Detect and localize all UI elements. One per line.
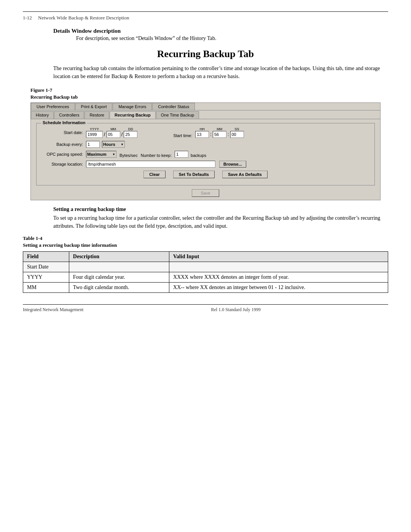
backup-every-label: Backup every: <box>41 142 83 147</box>
row-description: Four digit calendar year. <box>69 272 169 283</box>
start-time-ss[interactable] <box>230 131 244 138</box>
bottom-rule <box>23 304 388 305</box>
col-field: Field <box>23 252 69 262</box>
row-valid <box>169 262 388 272</box>
tab-bottom-one-time-backup[interactable]: One Time Backup <box>156 111 199 119</box>
start-date-mm[interactable] <box>107 131 120 138</box>
page-header: 1-12 Network Wide Backup & Restore Descr… <box>23 15 388 21</box>
start-date-row: Start date: YYYY / MM / DD <box>41 127 370 138</box>
start-date-dd[interactable] <box>124 131 137 138</box>
number-keep-val[interactable] <box>175 151 188 158</box>
row-field: YYYY <box>23 272 69 283</box>
tab-top-controller-status[interactable]: Controller Status <box>152 103 195 110</box>
row-description: Two digit calendar month. <box>69 283 169 293</box>
details-section: Details Window description For descripti… <box>53 28 388 42</box>
opc-row: OPC pacing speed: Maximum ▼ Bytes/sec Nu… <box>41 151 370 158</box>
table-header-row: Field Description Valid Input <box>23 252 388 262</box>
setting-body: To set up a recurring backup time for a … <box>53 214 388 230</box>
bytes-sec-label: Bytes/sec <box>119 153 138 158</box>
hh-col-label: HH <box>200 127 205 131</box>
opc-fields: Maximum ▼ Bytes/sec Number to keep: back… <box>86 151 206 158</box>
dd-col: DD <box>124 127 137 138</box>
sep2: / <box>121 131 123 138</box>
backup-every-val[interactable] <box>86 141 100 148</box>
table-label: Table 1-4 <box>23 235 388 241</box>
yyyy-col-label: YYYY <box>90 127 99 131</box>
footer: Integrated Network Management Rel 1.0 St… <box>23 307 388 313</box>
schedule-legend: Schedule Information <box>41 120 87 125</box>
save-as-defaults-button[interactable]: Save As Defaults <box>222 171 268 178</box>
yyyy-col: YYYY <box>86 127 103 138</box>
schedule-box: Schedule Information Start date: YYYY / … <box>36 123 375 185</box>
start-date-yyyy[interactable] <box>86 131 103 138</box>
row-valid: XXXX where XXXX denotes an integer form … <box>169 272 388 283</box>
recurring-heading: Recurring Backup Tab <box>23 48 388 60</box>
number-keep-label: Number to keep: <box>141 153 172 158</box>
ui-widget: User Preferences Print & Export Manage E… <box>30 102 381 200</box>
tabs-top-row: User Preferences Print & Export Manage E… <box>31 103 380 110</box>
tab-top-manage-errors[interactable]: Manage Errors <box>113 103 152 110</box>
tab-top-print-export[interactable]: Print & Export <box>75 103 113 110</box>
header-title: Network Wide Backup & Restore Descriptio… <box>38 15 129 21</box>
dropdown-arrow-icon: ▼ <box>121 143 124 146</box>
opc-dropdown-arrow-icon: ▼ <box>112 153 115 156</box>
start-date-fields: YYYY / MM / DD <box>86 127 244 138</box>
figure-label: Figure 1-7 <box>30 87 388 93</box>
time-mm-col-label: MM <box>217 127 222 131</box>
data-table: Field Description Valid Input Start Date… <box>23 251 388 293</box>
storage-row: Storage location: Browse... <box>41 161 370 168</box>
ss-col: SS <box>230 127 244 138</box>
footer-center: Rel 1.0 Standard July 1999 <box>211 307 260 313</box>
start-time-mm[interactable] <box>213 131 226 138</box>
start-date-label: Start date: <box>41 130 83 135</box>
footer-left: Integrated Network Management <box>23 307 83 313</box>
dd-col-label: DD <box>128 127 133 131</box>
tab-bottom-restore[interactable]: Restore <box>84 111 109 119</box>
sep1: / <box>104 131 105 138</box>
tab-bottom-recurring-backup[interactable]: Recurring Backup <box>110 111 156 119</box>
ui-content: Schedule Information Start date: YYYY / … <box>31 119 380 200</box>
tab-bottom-history[interactable]: History <box>31 111 54 119</box>
row-field: MM <box>23 283 69 293</box>
table-row: MM Two digit calendar month. XX-- where … <box>23 283 388 293</box>
tabs-bottom-row: History Controllers Restore Recurring Ba… <box>31 110 380 119</box>
backups-label: backups <box>191 153 206 158</box>
col-description: Description <box>69 252 169 262</box>
storage-input[interactable] <box>86 161 215 168</box>
mm-col-label: MM <box>110 127 116 131</box>
details-heading: Details Window description <box>53 28 388 34</box>
save-row: Save <box>36 189 375 197</box>
start-time-label: Start time: <box>162 133 192 138</box>
setting-title: Setting a recurring backup time <box>53 206 388 212</box>
ss-col-label: SS <box>234 127 239 131</box>
save-button[interactable]: Save <box>192 189 219 197</box>
mm-col: MM <box>107 127 120 138</box>
backup-every-row: Backup every: Hours ▼ <box>41 141 370 148</box>
time-mm-col: MM <box>213 127 226 138</box>
action-buttons-row: Clear Set To Defaults Save As Defaults <box>41 171 370 178</box>
browse-button[interactable]: Browse... <box>219 161 246 168</box>
table-sublabel: Setting a recurring backup time informat… <box>23 242 388 248</box>
tab-top-user-preferences[interactable]: User Preferences <box>31 103 75 110</box>
opc-label: OPC pacing speed: <box>41 152 83 157</box>
table-row: YYYY Four digit calendar year. XXXX wher… <box>23 272 388 283</box>
row-description <box>69 262 169 272</box>
tab-bottom-controllers[interactable]: Controllers <box>54 111 84 119</box>
set-defaults-button[interactable]: Set To Defaults <box>173 171 215 178</box>
storage-fields: Browse... <box>86 161 246 168</box>
colon1: : <box>210 131 212 138</box>
row-field: Start Date <box>23 262 69 272</box>
figure-sublabel: Recurring Backup tab <box>30 94 388 100</box>
page: 1-12 Network Wide Backup & Restore Descr… <box>0 0 411 532</box>
backup-every-fields: Hours ▼ <box>86 141 125 148</box>
start-time-hh[interactable] <box>195 131 209 138</box>
colon2: : <box>228 131 229 138</box>
page-ref: 1-12 <box>23 15 32 21</box>
recurring-body: The recurring backup tab contains the in… <box>53 64 388 80</box>
backup-every-unit-dropdown[interactable]: Hours ▼ <box>102 141 125 148</box>
row-valid: XX-- where XX denotes an integer between… <box>169 283 388 293</box>
storage-label: Storage location: <box>41 162 83 166</box>
table-row: Start Date <box>23 262 388 272</box>
clear-button[interactable]: Clear <box>143 171 166 178</box>
opc-dropdown[interactable]: Maximum ▼ <box>86 151 116 158</box>
